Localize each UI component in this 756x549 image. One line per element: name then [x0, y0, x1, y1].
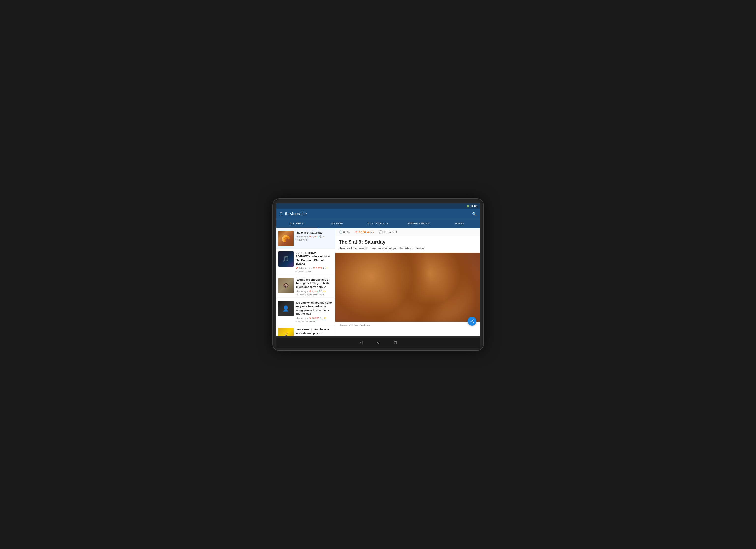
- article-detail-title: The 9 at 9: Saturday: [339, 239, 476, 245]
- tab-voices[interactable]: VOICES: [439, 220, 480, 228]
- svg-point-2: [473, 322, 474, 323]
- article-meta: 3 hours ago 👁 16,253 💬 65: [296, 317, 333, 319]
- clock-icon: 🕐: [339, 230, 342, 234]
- status-bar: 🔋 12:00: [276, 203, 480, 209]
- article-thumbnail: [278, 231, 294, 246]
- time-ago: 3 hours ago: [296, 317, 308, 319]
- svg-line-3: [471, 321, 473, 322]
- device-screen: 🔋 12:00 ☰ theJurnal.ie 🔍 ALL NEWS MY FEE…: [276, 203, 480, 336]
- tab-most-popular[interactable]: MOST POPULAR: [358, 220, 399, 228]
- article-tag: #THE 9 AT 9: [296, 239, 333, 241]
- views-count: 👁 7,853: [309, 290, 318, 293]
- thumbnail-image: [278, 301, 294, 316]
- article-detail-subtitle: Here is all the news you need as you get…: [339, 246, 476, 251]
- app-logo: theJurnal.ie: [285, 211, 307, 217]
- article-meta: 3 hours ago 👁 6,156 💬 1: [296, 235, 333, 238]
- article-info: 'It's sad when you sit alone for years i…: [296, 301, 333, 323]
- thumbnail-image: [278, 231, 294, 246]
- list-item[interactable]: OUR BIRTHDAY GIVEAWAY: Win a night at Th…: [276, 249, 335, 276]
- article-title: The 9 at 9: Saturday: [296, 231, 333, 235]
- article-title: 'It's sad when you sit alone for years i…: [296, 301, 333, 316]
- search-icon[interactable]: 🔍: [472, 212, 477, 216]
- article-tag: #COMPETITION: [296, 270, 333, 273]
- recent-button[interactable]: □: [394, 341, 397, 345]
- article-detail: 🕐 08:07 👁 6,156 views 💬 1 comment The 9 …: [335, 228, 480, 336]
- svg-point-0: [473, 320, 474, 321]
- views-count: 👁 16,253: [309, 317, 319, 319]
- article-info: OUR BIRTHDAY GIVEAWAY: Win a night at Th…: [296, 251, 333, 273]
- list-item[interactable]: "Would we choose Isis or the regime? The…: [276, 275, 335, 298]
- article-tag: #DUBLIN 7 SAYS WELCOME: [296, 293, 333, 296]
- comments-count: 💬 43: [319, 290, 325, 293]
- pin-icon: 📌: [296, 267, 298, 269]
- article-info: Low earners can't have a free ride and p…: [296, 328, 333, 336]
- article-list: The 9 at 9: Saturday 3 hours ago 👁 6,156…: [276, 228, 335, 336]
- article-main-image: [335, 253, 480, 322]
- device-frame: 🔋 12:00 ☰ theJurnal.ie 🔍 ALL NEWS MY FEE…: [272, 198, 484, 351]
- thumbnail-image: [278, 278, 294, 293]
- article-info: "Would we choose Isis or the regime? The…: [296, 278, 333, 296]
- article-meta: 3 hours ago 👁 7,853 💬 43: [296, 290, 333, 293]
- comments-count: 💬 65: [320, 317, 326, 319]
- article-tag: #OUT IN THE OPEN: [296, 320, 333, 323]
- status-time: 12:00: [470, 205, 477, 208]
- list-item[interactable]: 'It's sad when you sit alone for years i…: [276, 298, 335, 325]
- time-ago: 3 hours ago: [296, 290, 308, 293]
- article-info: The 9 at 9: Saturday 3 hours ago 👁 6,156…: [296, 231, 333, 246]
- thumbnail-image: [278, 251, 294, 267]
- header-left: ☰ theJurnal.ie: [279, 211, 307, 217]
- views-count: 👁 6,156: [309, 235, 318, 238]
- tab-all-news[interactable]: ALL NEWS: [276, 220, 317, 228]
- stat-comments: 💬 1 comment: [379, 230, 397, 234]
- content-area: The 9 at 9: Saturday 3 hours ago 👁 6,156…: [276, 228, 480, 336]
- article-stats-bar: 🕐 08:07 👁 6,156 views 💬 1 comment: [335, 228, 480, 236]
- home-button[interactable]: ○: [377, 341, 380, 345]
- battery-icon: 🔋: [466, 205, 469, 207]
- article-thumbnail: [278, 278, 294, 293]
- share-button[interactable]: [468, 317, 476, 326]
- tab-editors-picks[interactable]: EDITOR'S PICKS: [398, 220, 439, 228]
- list-item[interactable]: Low earners can't have a free ride and p…: [276, 325, 335, 336]
- time-value: 08:07: [343, 231, 350, 234]
- android-nav-bar: ◁ ○ □: [276, 338, 480, 348]
- image-caption: Shutterstock/Elena Shashkina: [339, 323, 370, 328]
- article-thumbnail: [278, 328, 294, 336]
- article-image-wrapper: Shutterstock/Elena Shashkina: [335, 253, 480, 329]
- views-count: 👁 5,079: [313, 267, 322, 269]
- stat-views: 👁 6,156 views: [355, 230, 374, 234]
- cinnamon-roll-visual: [335, 253, 480, 322]
- comments-icon: 💬: [379, 230, 383, 234]
- tab-my-feed[interactable]: MY FEED: [317, 220, 358, 228]
- comments-value: 1 comment: [384, 231, 397, 234]
- time-ago: 3 hours ago: [299, 267, 312, 269]
- menu-icon[interactable]: ☰: [279, 212, 283, 216]
- thumbnail-image: [278, 328, 294, 336]
- list-item[interactable]: The 9 at 9: Saturday 3 hours ago 👁 6,156…: [276, 228, 335, 249]
- views-icon: 👁: [355, 230, 358, 234]
- svg-line-4: [471, 320, 473, 321]
- svg-point-1: [471, 321, 472, 322]
- article-title: "Would we choose Isis or the regime? The…: [296, 278, 333, 289]
- app-header: ☰ theJurnal.ie 🔍: [276, 209, 480, 220]
- article-meta: 📌 3 hours ago 👁 5,079 💬 1: [296, 267, 333, 269]
- stat-time: 🕐 08:07: [339, 230, 350, 234]
- time-ago: 3 hours ago: [296, 235, 308, 238]
- nav-tabs: ALL NEWS MY FEED MOST POPULAR EDITOR'S P…: [276, 220, 480, 228]
- article-thumbnail: [278, 251, 294, 267]
- article-title: OUR BIRTHDAY GIVEAWAY: Win a night at Th…: [296, 251, 333, 266]
- comments-count: 💬 1: [319, 235, 324, 238]
- article-thumbnail: [278, 301, 294, 316]
- article-detail-content: The 9 at 9: Saturday Here is all the new…: [335, 236, 480, 251]
- back-button[interactable]: ◁: [359, 340, 362, 345]
- article-title: Low earners can't have a free ride and p…: [296, 328, 333, 335]
- comments-count: 💬 1: [323, 267, 328, 269]
- views-value: 6,156 views: [359, 231, 374, 234]
